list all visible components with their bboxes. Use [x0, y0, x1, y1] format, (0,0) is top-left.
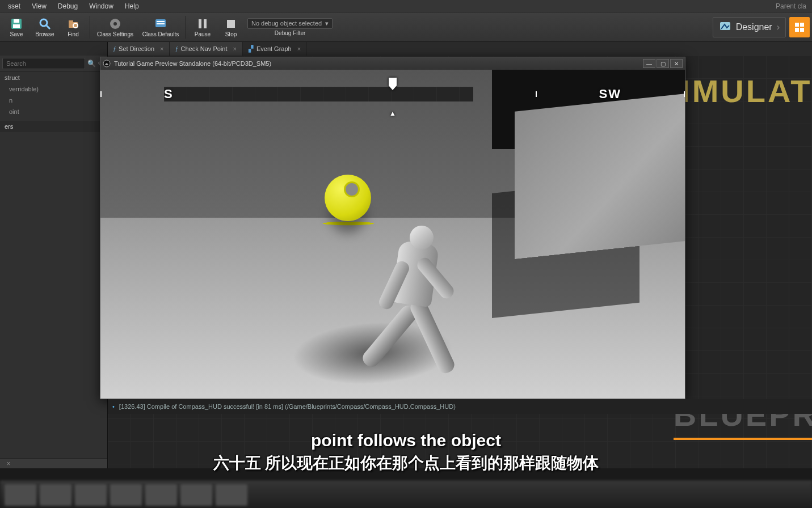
- close-icon[interactable]: ×: [160, 45, 163, 52]
- compass-tick: [536, 91, 537, 97]
- designer-button[interactable]: Designer ›: [713, 17, 786, 37]
- document-tabs: f Set Direction × f Check Nav Point × ▞ …: [0, 42, 812, 56]
- debug-object-combo[interactable]: No debug object selected ▾: [247, 18, 333, 29]
- save-button[interactable]: Save: [2, 13, 31, 41]
- designer-label: Designer: [736, 22, 772, 32]
- class-settings-button[interactable]: Class Settings: [92, 13, 138, 41]
- bottom-tab[interactable]: ×: [0, 459, 17, 468]
- my-blueprint-panel: 🔍 👁 struct verridable) n oint ers ×: [0, 56, 108, 468]
- pause-icon: [196, 17, 209, 31]
- svg-rect-12: [157, 23, 165, 24]
- taskbar-item[interactable]: [75, 484, 107, 506]
- unreal-icon: [103, 60, 111, 67]
- tab-label: Event Graph: [256, 45, 292, 52]
- search-icon[interactable]: 🔍: [87, 60, 96, 67]
- taskbar-item[interactable]: [110, 484, 142, 506]
- svg-rect-20: [800, 28, 804, 32]
- tab-set-direction[interactable]: f Set Direction ×: [108, 42, 170, 56]
- tree-item[interactable]: struct: [0, 72, 107, 83]
- graph-button[interactable]: [789, 17, 810, 37]
- minimize-button[interactable]: —: [643, 59, 655, 68]
- compass-sw: SW: [599, 87, 621, 101]
- find-label: Find: [68, 31, 78, 37]
- graph-icon: [793, 21, 806, 33]
- svg-rect-13: [199, 19, 201, 28]
- tree-section[interactable]: ers: [0, 121, 107, 132]
- debug-filter-caption: Debug Filter: [275, 30, 305, 36]
- menu-view[interactable]: View: [26, 1, 52, 12]
- taskbar-item[interactable]: [5, 484, 36, 506]
- compass-hud: S SW ▲: [100, 80, 685, 108]
- svg-point-9: [113, 22, 117, 26]
- browse-icon: [38, 17, 52, 31]
- scene-pillar: [515, 94, 685, 259]
- menu-help[interactable]: Help: [119, 1, 145, 12]
- parent-class-label: Parent cla: [776, 2, 810, 10]
- tree-list[interactable]: struct verridable) n oint ers: [0, 72, 107, 458]
- taskbar-item[interactable]: [145, 484, 177, 506]
- menu-asset[interactable]: sset: [2, 1, 26, 12]
- watermark-simulation: IMULATI: [681, 73, 812, 109]
- browse-button[interactable]: Browse: [31, 13, 59, 41]
- pause-label: Pause: [195, 31, 211, 37]
- compass-s: S: [164, 87, 473, 101]
- bullet-icon: •: [112, 403, 115, 410]
- compass-tick: [100, 91, 102, 97]
- stop-label: Stop: [225, 31, 237, 37]
- tab-event-graph[interactable]: ▞ Event Graph ×: [243, 42, 307, 56]
- function-icon: f: [113, 45, 115, 52]
- taskbar-item[interactable]: [40, 484, 71, 506]
- browse-label: Browse: [35, 31, 54, 37]
- pause-button[interactable]: Pause: [188, 13, 217, 41]
- tab-label: Check Nav Point: [181, 45, 228, 52]
- class-defaults-button[interactable]: Class Defaults: [138, 13, 183, 41]
- close-button[interactable]: ✕: [670, 59, 683, 68]
- svg-rect-2: [14, 19, 19, 23]
- svg-rect-15: [227, 20, 235, 28]
- left-panel-tabspace: [0, 42, 108, 56]
- chevron-right-icon: ›: [777, 22, 780, 32]
- compass-tick: [684, 91, 685, 97]
- close-icon[interactable]: ×: [297, 45, 301, 52]
- svg-rect-17: [795, 23, 799, 27]
- taskbar-item[interactable]: [180, 484, 212, 506]
- svg-line-4: [47, 26, 50, 29]
- menu-window[interactable]: Window: [83, 1, 119, 12]
- chevron-down-icon: ▾: [325, 20, 329, 27]
- find-button[interactable]: Find: [59, 13, 87, 41]
- os-taskbar[interactable]: [0, 481, 812, 508]
- game-viewport[interactable]: S SW ▲: [100, 70, 685, 399]
- graph-icon: ▞: [249, 45, 253, 53]
- svg-rect-19: [795, 28, 799, 32]
- menu-debug[interactable]: Debug: [52, 1, 83, 12]
- game-preview-window: Tutorial Game Preview Standalone (64-bit…: [100, 57, 685, 399]
- taskbar-item[interactable]: [216, 484, 247, 506]
- function-icon: f: [175, 45, 177, 52]
- class-defaults-label: Class Defaults: [142, 31, 179, 37]
- svg-rect-11: [157, 21, 165, 22]
- search-row: 🔍 👁: [0, 56, 107, 72]
- log-line: [1326.43] Compile of Compass_HUD success…: [119, 403, 456, 410]
- svg-rect-18: [800, 23, 804, 27]
- tree-item[interactable]: verridable): [0, 83, 107, 95]
- window-titlebar[interactable]: Tutorial Game Preview Standalone (64-bit…: [100, 57, 685, 70]
- tab-check-nav-point[interactable]: f Check Nav Point ×: [170, 42, 242, 56]
- save-label: Save: [10, 31, 23, 37]
- maximize-button[interactable]: ▢: [657, 59, 669, 68]
- gear-icon: [108, 17, 122, 31]
- window-title: Tutorial Game Preview Standalone (64-bit…: [114, 60, 271, 67]
- tab-label: Set Direction: [119, 45, 154, 52]
- menu-bar: sset View Debug Window Help Parent cla: [0, 0, 812, 12]
- close-icon[interactable]: ×: [233, 45, 236, 52]
- tree-item[interactable]: n: [0, 95, 107, 106]
- separator: [186, 16, 186, 39]
- search-input[interactable]: [2, 58, 85, 69]
- tree-item[interactable]: oint: [0, 106, 107, 117]
- compass-marker-icon: [387, 78, 398, 95]
- compiler-log[interactable]: • [1326.43] Compile of Compass_HUD succe…: [108, 399, 812, 414]
- stop-button[interactable]: Stop: [217, 13, 245, 41]
- svg-rect-14: [204, 19, 207, 28]
- bottom-tab-strip: ×: [0, 458, 107, 468]
- compass-arrow-icon: ▲: [389, 109, 396, 117]
- debug-combo-text: No debug object selected: [251, 20, 322, 27]
